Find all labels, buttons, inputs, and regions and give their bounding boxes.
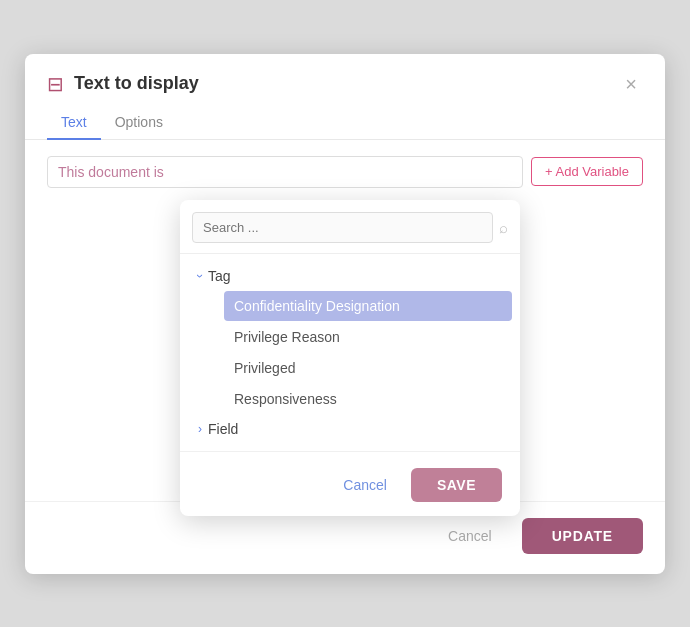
tree-section: › Tag Confidentiality Designation Privil… xyxy=(180,254,520,451)
add-variable-label: + Add Variable xyxy=(545,164,629,179)
close-button[interactable]: × xyxy=(619,72,643,96)
list-item[interactable]: Privilege Reason xyxy=(224,322,512,352)
dropdown-actions: Cancel SAVE xyxy=(180,451,520,516)
list-item[interactable]: Confidentiality Designation xyxy=(224,291,512,321)
dropdown-cancel-button[interactable]: Cancel xyxy=(331,468,399,502)
dropdown-save-button[interactable]: SAVE xyxy=(411,468,502,502)
dialog-tabs: Text Options xyxy=(25,96,665,140)
search-input[interactable] xyxy=(192,212,493,243)
chevron-right-icon: › xyxy=(198,422,202,436)
dialog-body: + Add Variable ⌕ › Tag xyxy=(25,140,665,501)
main-update-button[interactable]: UPDATE xyxy=(522,518,643,554)
search-row: ⌕ xyxy=(180,212,520,253)
tag-children: Confidentiality Designation Privilege Re… xyxy=(180,291,520,414)
modal-overlay: ⊟ Text to display × Text Options + Add V… xyxy=(0,0,690,627)
main-dialog: ⊟ Text to display × Text Options + Add V… xyxy=(25,54,665,574)
chevron-down-icon: › xyxy=(193,274,207,278)
add-variable-button[interactable]: + Add Variable xyxy=(531,157,643,186)
field-label: Field xyxy=(208,421,238,437)
search-icon: ⌕ xyxy=(499,219,508,236)
dialog-title-row: ⊟ Text to display xyxy=(47,73,199,94)
list-item[interactable]: Privileged xyxy=(224,353,512,383)
tree-parent-field[interactable]: › Field xyxy=(180,415,520,443)
tag-label: Tag xyxy=(208,268,231,284)
main-cancel-button[interactable]: Cancel xyxy=(430,518,510,554)
tree-parent-tag[interactable]: › Tag xyxy=(180,262,520,290)
text-input-row: + Add Variable xyxy=(47,156,643,188)
tab-text[interactable]: Text xyxy=(47,106,101,140)
text-display-input[interactable] xyxy=(47,156,523,188)
tab-options[interactable]: Options xyxy=(101,106,177,140)
dialog-icon: ⊟ xyxy=(47,74,64,94)
list-item[interactable]: Responsiveness xyxy=(224,384,512,414)
dropdown-popup: ⌕ › Tag Confidentiality Designation Priv… xyxy=(180,200,520,516)
dialog-title: Text to display xyxy=(74,73,199,94)
dialog-header: ⊟ Text to display × xyxy=(25,54,665,96)
